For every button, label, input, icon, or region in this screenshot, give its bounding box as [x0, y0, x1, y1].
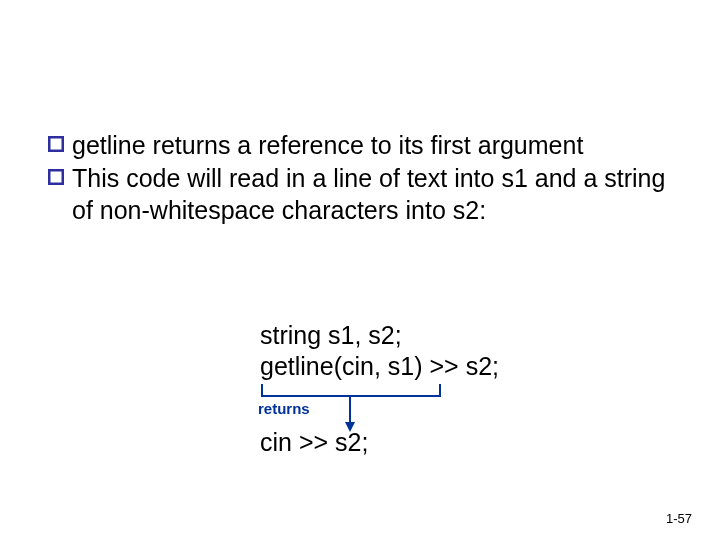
bullet-square-icon: [48, 169, 66, 187]
slide: getline returns a reference to its first…: [0, 0, 720, 540]
bullet-list: getline returns a reference to its first…: [48, 130, 672, 228]
annotation-result: cin >> s2;: [260, 428, 368, 457]
code-line: string s1, s2;: [260, 320, 499, 351]
bullet-square-icon: [48, 136, 66, 154]
page-number: 1-57: [666, 511, 692, 526]
svg-rect-0: [49, 137, 63, 151]
code-line: getline(cin, s1) >> s2;: [260, 351, 499, 382]
bullet-text: getline returns a reference to its first…: [72, 130, 672, 161]
list-item: getline returns a reference to its first…: [48, 130, 672, 161]
bullet-text: This code will read in a line of text in…: [72, 163, 672, 226]
annotation-label: returns: [258, 400, 310, 417]
svg-rect-1: [49, 170, 63, 184]
code-example: string s1, s2; getline(cin, s1) >> s2;: [260, 320, 499, 383]
list-item: This code will read in a line of text in…: [48, 163, 672, 226]
